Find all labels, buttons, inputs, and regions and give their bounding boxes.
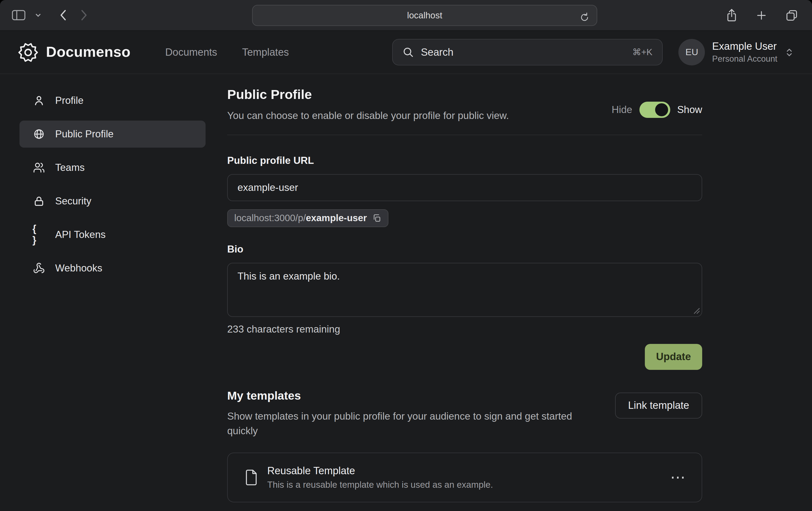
profile-url-input[interactable] xyxy=(227,174,702,201)
sidebar-item-teams[interactable]: Teams xyxy=(20,154,206,181)
search-input[interactable] xyxy=(421,46,626,58)
search-icon xyxy=(403,47,414,58)
template-name: Reusable Template xyxy=(267,465,493,477)
user-icon xyxy=(32,95,46,107)
page-head-text: Public Profile You can choose to enable … xyxy=(227,87,509,122)
page-description: You can choose to enable or disable your… xyxy=(227,110,509,122)
avatar: EU xyxy=(679,39,705,65)
documenso-logo-icon xyxy=(18,42,38,62)
resize-grip-icon[interactable] xyxy=(694,308,700,314)
chevrons-up-down-icon xyxy=(784,46,794,58)
toolbar-left-controls xyxy=(10,7,90,23)
avatar-initials: EU xyxy=(686,47,698,58)
sidebar-item-label: Profile xyxy=(55,95,84,107)
forward-icon[interactable] xyxy=(79,7,90,23)
toggle-knob xyxy=(655,103,668,116)
characters-remaining: 233 characters remaining xyxy=(227,323,702,335)
user-name: Example User xyxy=(712,40,777,53)
template-description: This is a reusable template which is use… xyxy=(267,479,493,490)
show-label: Show xyxy=(677,104,702,116)
my-templates-title: My templates xyxy=(227,389,601,403)
back-icon[interactable] xyxy=(57,7,69,23)
search-box[interactable]: ⌘+K xyxy=(392,39,663,65)
user-account-type: Personal Account xyxy=(712,54,777,64)
address-bar[interactable]: localhost xyxy=(252,5,597,26)
sidebar-item-profile[interactable]: Profile xyxy=(20,87,206,114)
brand[interactable]: Documenso xyxy=(18,42,130,62)
copy-icon xyxy=(372,214,381,223)
profile-visibility-toggle[interactable] xyxy=(639,102,670,118)
globe-icon xyxy=(32,128,46,140)
new-tab-icon[interactable] xyxy=(754,7,769,23)
app-header: Documenso Documents Templates ⌘+K EU Exa… xyxy=(0,31,812,74)
user-info: Example User Personal Account xyxy=(712,40,777,64)
sidebar-item-label: Public Profile xyxy=(55,128,114,140)
my-templates-description: Show templates in your public profile fo… xyxy=(227,409,601,438)
bio-label: Bio xyxy=(227,243,702,255)
profile-url-preview[interactable]: localhost:3000/p/example-user xyxy=(227,209,388,227)
sidebar-item-label: API Tokens xyxy=(55,229,106,241)
template-actions-icon[interactable]: ⋯ xyxy=(670,470,686,485)
sidebar-item-security[interactable]: Security xyxy=(20,188,206,215)
hide-label: Hide xyxy=(612,104,632,116)
toolbar-right-controls xyxy=(724,6,802,24)
main-nav: Documents Templates xyxy=(165,46,289,58)
brand-name: Documenso xyxy=(46,44,130,61)
users-icon xyxy=(32,162,46,174)
page-title: Public Profile xyxy=(227,87,509,102)
template-info: Reusable Template This is a reusable tem… xyxy=(267,465,493,490)
visibility-toggle-group: Hide Show xyxy=(612,98,702,122)
browser-toolbar: localhost xyxy=(0,0,812,31)
chevron-down-icon[interactable] xyxy=(33,11,43,20)
braces-icon: { } xyxy=(32,223,46,246)
content: Profile Public Profile Teams xyxy=(0,74,812,502)
url-preview-text: localhost:3000/p/example-user xyxy=(234,212,367,224)
search-shortcut: ⌘+K xyxy=(632,47,652,57)
sidebar-toggle-icon[interactable] xyxy=(10,7,28,23)
share-icon[interactable] xyxy=(724,6,740,24)
update-button[interactable]: Update xyxy=(645,344,702,370)
user-menu[interactable]: EU Example User Personal Account xyxy=(679,39,794,65)
sidebar-item-label: Teams xyxy=(55,162,85,174)
file-icon xyxy=(244,469,259,486)
bio-textarea[interactable]: This is an example bio. xyxy=(227,263,702,317)
webhook-icon xyxy=(32,262,46,274)
sidebar-item-label: Security xyxy=(55,195,91,207)
sidebar-item-label: Webhooks xyxy=(55,262,102,274)
reload-icon[interactable] xyxy=(578,10,591,24)
sidebar-item-api-tokens[interactable]: { } API Tokens xyxy=(20,221,206,248)
sidebar-item-webhooks[interactable]: Webhooks xyxy=(20,255,206,282)
settings-sidebar: Profile Public Profile Teams xyxy=(0,87,227,502)
nav-documents[interactable]: Documents xyxy=(165,46,217,58)
tab-overview-icon[interactable] xyxy=(783,7,800,24)
profile-url-label: Public profile URL xyxy=(227,155,702,167)
templates-head-text: My templates Show templates in your publ… xyxy=(227,389,601,438)
template-card: Reusable Template This is a reusable tem… xyxy=(227,452,702,502)
nav-templates[interactable]: Templates xyxy=(242,46,289,58)
link-template-button[interactable]: Link template xyxy=(615,393,702,419)
browser-window: localhost xyxy=(0,0,812,511)
lock-icon xyxy=(32,195,46,207)
public-profile-panel: Public Profile You can choose to enable … xyxy=(227,87,702,502)
address-bar-url: localhost xyxy=(407,10,442,21)
section-divider xyxy=(227,134,702,135)
sidebar-item-public-profile[interactable]: Public Profile xyxy=(20,121,206,148)
